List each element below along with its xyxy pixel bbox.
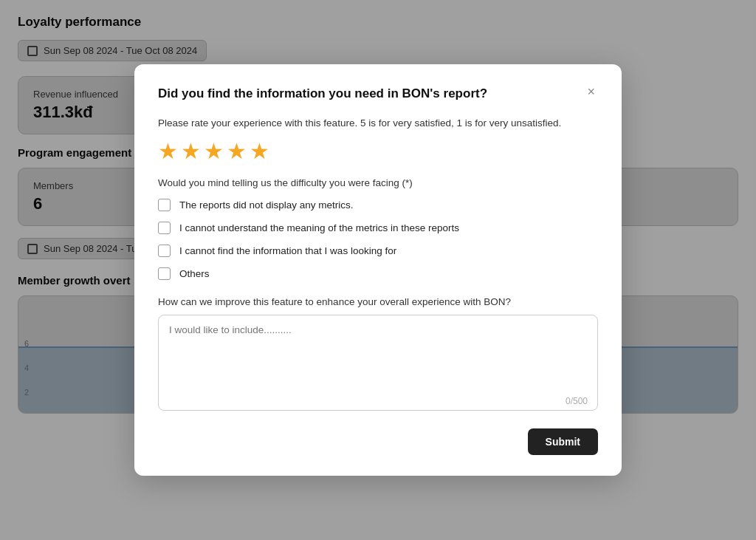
submit-button[interactable]: Submit (528, 428, 598, 455)
feedback-modal: Did you find the information you need in… (134, 64, 622, 475)
checkbox-3[interactable] (158, 245, 171, 257)
difficulty-label: Would you mind telling us the difficulty… (158, 177, 598, 188)
checkbox-label-1: The reports did not display any metrics. (179, 199, 354, 211)
modal-title: Did you find the information you need in… (158, 85, 487, 103)
modal-footer: Submit (158, 428, 598, 455)
rating-instruction: Please rate your experience with this fe… (158, 116, 598, 131)
checkbox-label-3: I cannot find the information that I was… (179, 245, 396, 256)
checkbox-1[interactable] (158, 199, 171, 211)
modal-body: Please rate your experience with this fe… (158, 116, 598, 413)
modal-close-button[interactable]: × (584, 85, 598, 98)
star-3[interactable]: ★ (204, 140, 224, 163)
checkbox-item-1[interactable]: The reports did not display any metrics. (158, 199, 598, 211)
checkbox-item-3[interactable]: I cannot find the information that I was… (158, 245, 598, 257)
star-rating[interactable]: ★ ★ ★ ★ ★ (158, 140, 598, 163)
checkbox-group: The reports did not display any metrics.… (158, 199, 598, 280)
char-count: 0/500 (566, 396, 588, 406)
checkbox-item-2[interactable]: I cannot understand the meaning of the m… (158, 222, 598, 234)
textarea-wrapper: 0/500 (158, 315, 598, 414)
star-1[interactable]: ★ (158, 140, 178, 163)
modal-overlay: Did you find the information you need in… (0, 0, 756, 540)
improve-label: How can we improve this feature to enhan… (158, 296, 598, 307)
star-4[interactable]: ★ (227, 140, 247, 163)
star-5[interactable]: ★ (250, 140, 269, 163)
modal-header: Did you find the information you need in… (158, 85, 598, 103)
checkbox-label-4: Others (179, 268, 210, 279)
checkbox-2[interactable] (158, 222, 171, 234)
star-2[interactable]: ★ (181, 140, 201, 163)
checkbox-4[interactable] (158, 267, 171, 280)
checkbox-item-4[interactable]: Others (158, 267, 598, 280)
feedback-textarea[interactable] (158, 315, 598, 411)
checkbox-label-2: I cannot understand the meaning of the m… (179, 222, 459, 233)
